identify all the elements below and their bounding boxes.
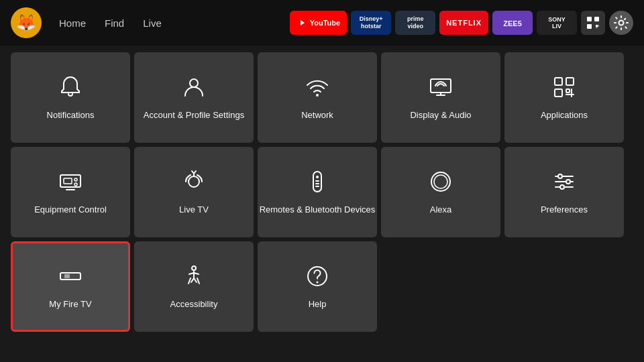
help-cell[interactable]: Help <box>258 241 377 332</box>
svg-text:ZEE5: ZEE5 <box>503 19 522 27</box>
display-audio-label: Display & Audio <box>410 110 471 121</box>
svg-point-40 <box>317 281 319 283</box>
svg-rect-7 <box>596 25 598 27</box>
network-cell[interactable]: Network <box>258 52 377 143</box>
svg-point-21 <box>74 183 77 186</box>
accessibility-icon <box>181 263 207 292</box>
svg-rect-27 <box>315 186 319 187</box>
svg-point-33 <box>558 174 562 178</box>
svg-rect-6 <box>587 24 592 29</box>
my-fire-tv-cell[interactable]: My Fire TV <box>11 241 130 332</box>
applications-cell[interactable]: Applications <box>504 52 624 143</box>
my-fire-tv-label: My Fire TV <box>49 299 91 310</box>
antenna-icon <box>181 169 207 198</box>
sony-shortcut[interactable]: SONYLIV <box>537 11 577 35</box>
svg-rect-25 <box>315 180 319 182</box>
svg-point-38 <box>192 266 196 270</box>
applications-label: Applications <box>541 110 588 121</box>
preferences-cell[interactable]: Preferences <box>504 147 624 237</box>
youtube-shortcut[interactable]: YouTube <box>290 11 347 35</box>
help-label: Help <box>309 299 327 310</box>
alexa-cell[interactable]: Alexa <box>381 147 500 237</box>
wifi-icon <box>305 74 330 103</box>
svg-point-10 <box>619 21 624 25</box>
svg-point-20 <box>74 178 77 181</box>
preferences-label: Preferences <box>541 204 588 216</box>
account-profile-cell[interactable]: Account & Profile Settings <box>134 52 254 143</box>
disney-shortcut[interactable]: Disney+hotstar <box>351 11 391 35</box>
svg-rect-19 <box>64 178 72 184</box>
remote-icon <box>305 169 330 198</box>
fire-tv-logo: 🦊 <box>11 7 42 38</box>
network-label: Network <box>301 110 333 121</box>
display-icon <box>428 74 453 103</box>
grid-row-1: Notifications Account & Profile Settings <box>11 52 633 143</box>
svg-point-22 <box>189 176 199 187</box>
remotes-bluetooth-cell[interactable]: Remotes & Bluetooth Devices <box>258 147 377 237</box>
grid-row-2: Equipment Control Live TV <box>11 147 633 237</box>
grid-apps-button[interactable] <box>581 11 605 35</box>
sliders-icon <box>551 169 577 198</box>
svg-rect-16 <box>555 89 562 97</box>
nav-find[interactable]: Find <box>98 13 131 33</box>
notifications-cell[interactable]: Notifications <box>11 52 130 143</box>
live-tv-label: Live TV <box>179 204 209 216</box>
account-profile-label: Account & Profile Settings <box>144 110 244 121</box>
remotes-bluetooth-label: Remotes & Bluetooth Devices <box>260 204 376 216</box>
svg-rect-14 <box>555 78 562 85</box>
svg-rect-15 <box>566 78 574 85</box>
alexa-icon <box>428 169 453 198</box>
nav-home[interactable]: Home <box>52 13 93 33</box>
svg-point-29 <box>434 175 447 188</box>
grid-row-3: My Fire TV Accessibility Help <box>11 241 633 332</box>
tv-icon <box>58 169 83 198</box>
nav-links: Home Find Live <box>52 13 168 33</box>
settings-grid: Notifications Account & Profile Settings <box>0 46 644 339</box>
svg-point-24 <box>316 176 319 178</box>
accessibility-cell[interactable]: Accessibility <box>134 241 254 332</box>
apps-icon <box>551 74 577 103</box>
accessibility-label: Accessibility <box>170 299 218 310</box>
svg-rect-5 <box>594 17 599 21</box>
netflix-shortcut[interactable]: NETFLIX <box>439 11 488 35</box>
settings-button[interactable] <box>609 11 633 35</box>
alexa-label: Alexa <box>430 204 452 216</box>
notifications-label: Notifications <box>47 110 95 121</box>
svg-rect-9 <box>598 25 599 27</box>
svg-point-34 <box>566 180 570 184</box>
top-navigation: 🦊 Home Find Live YouTube Disney+hotstar … <box>0 0 644 46</box>
help-icon <box>305 263 330 292</box>
prime-shortcut[interactable]: primevideo <box>395 11 435 35</box>
svg-rect-17 <box>566 89 570 93</box>
bell-icon <box>58 74 83 103</box>
firetv-icon <box>58 263 83 292</box>
svg-point-11 <box>190 79 198 87</box>
svg-rect-26 <box>315 183 319 184</box>
svg-rect-4 <box>587 17 592 21</box>
zee5-shortcut[interactable]: ZEE5 <box>492 11 533 35</box>
svg-point-35 <box>560 185 564 189</box>
svg-point-12 <box>316 94 319 97</box>
nav-live[interactable]: Live <box>136 13 168 33</box>
svg-rect-36 <box>60 273 80 280</box>
live-tv-cell[interactable]: Live TV <box>134 147 254 237</box>
display-audio-cell[interactable]: Display & Audio <box>381 52 500 143</box>
equipment-control-cell[interactable]: Equipment Control <box>11 147 130 237</box>
equipment-control-label: Equipment Control <box>34 204 107 216</box>
svg-rect-37 <box>64 274 70 278</box>
person-icon <box>181 74 207 103</box>
app-shortcuts: YouTube Disney+hotstar primevideo NETFLI… <box>290 11 633 35</box>
svg-rect-8 <box>596 27 598 28</box>
